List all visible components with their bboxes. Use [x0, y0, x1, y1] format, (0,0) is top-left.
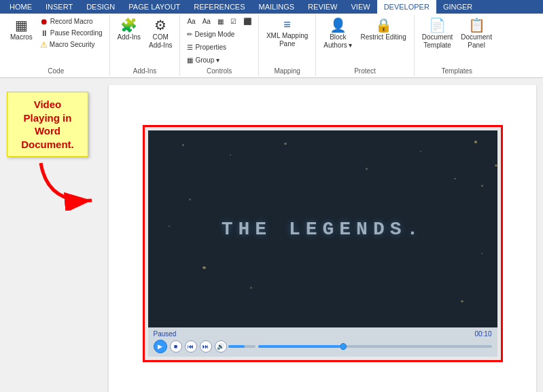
star-9	[169, 226, 170, 227]
document-template-button[interactable]: 📄 DocumentTemplate	[419, 16, 457, 52]
icon1: ▦	[217, 18, 224, 26]
video-controls-bar: Paused 00:10 ▶ ■ ⏮ ⏭ 🔊	[148, 327, 497, 357]
pause-icon: ⏸	[40, 29, 48, 37]
templates-items: 📄 DocumentTemplate 📋 DocumentPanel	[419, 16, 495, 66]
volume-bar[interactable]	[228, 345, 256, 348]
doc-panel-label: DocumentPanel	[461, 33, 492, 50]
progress-bar[interactable]	[258, 345, 492, 348]
doc-panel-icon: 📋	[468, 18, 485, 32]
icon-btn3[interactable]: ⬛	[241, 16, 254, 27]
properties-button[interactable]: ☰ Properties	[184, 42, 229, 53]
record-macro-button[interactable]: ⏺ Record Macro	[37, 16, 105, 27]
group-button[interactable]: ▦ Group ▾	[184, 55, 222, 66]
volume-button[interactable]: 🔊	[215, 340, 227, 353]
com-icon: ⚙	[154, 18, 167, 32]
protect-group-label: Protect	[354, 66, 376, 75]
restrict-label: Restrict Editing	[361, 33, 406, 41]
tab-home[interactable]: HOME	[3, 0, 39, 14]
star-14	[481, 253, 483, 254]
prev-button[interactable]: ⏮	[185, 340, 197, 353]
star-5	[420, 151, 421, 152]
next-button[interactable]: ⏭	[200, 340, 212, 353]
aa-button2[interactable]: Aa	[200, 16, 213, 27]
tab-developer[interactable]: DEVELOPER	[377, 0, 436, 14]
tab-view[interactable]: VIEW	[345, 0, 377, 14]
document-area: THE LEGENDS. Paused 00:10 ▶ ■ ⏮ ⏭ 🔊	[109, 85, 536, 392]
ribbon-group-addins: 🧩 Add-Ins ⚙ COMAdd-Ins Add-Ins	[110, 15, 181, 76]
icon3: ⬛	[243, 18, 251, 26]
com-label: COMAdd-Ins	[149, 33, 172, 50]
pause-recording-button[interactable]: ⏸ Pause Recording	[37, 28, 105, 39]
play-button[interactable]: ▶	[154, 340, 167, 353]
tab-references[interactable]: REFERENCES	[187, 0, 251, 14]
addins-group-label: Add-Ins	[133, 66, 156, 75]
tab-ginger[interactable]: GINGER	[436, 0, 479, 14]
restrict-editing-button[interactable]: 🔒 Restrict Editing	[357, 16, 410, 43]
aa1-label: Aa	[187, 18, 195, 26]
arrow-container	[34, 156, 102, 212]
tab-mailings[interactable]: MAILINGS	[252, 0, 302, 14]
templates-group-label: Templates	[442, 66, 473, 75]
record-macro-label: Record Macro	[50, 18, 93, 26]
arrow-svg	[34, 156, 102, 211]
icon-btn2[interactable]: ☑	[228, 16, 239, 27]
add-ins-button[interactable]: 🧩 Add-Ins	[114, 16, 144, 43]
mapping-group-label: Mapping	[274, 66, 300, 75]
group-label: Group ▾	[195, 56, 220, 65]
macro-security-button[interactable]: ⚠ Macro Security	[37, 39, 105, 50]
ribbon-group-protect: 👤 BlockAuthors ▾ 🔒 Restrict Editing Prot…	[316, 15, 415, 76]
block-authors-icon: 👤	[330, 18, 347, 32]
ribbon: HOME INSERT DESIGN PAGE LAYOUT REFERENCE…	[0, 0, 543, 78]
ribbon-group-code: ▦ Macros ⏺ Record Macro ⏸ Pause Recordin…	[3, 15, 110, 76]
block-authors-button[interactable]: 👤 BlockAuthors ▾	[320, 16, 355, 52]
pause-recording-label: Pause Recording	[50, 29, 103, 37]
xml-mapping-button[interactable]: ≡ XML MappingPane	[263, 16, 311, 50]
sticky-note: Video Playing in Word Document.	[7, 92, 88, 157]
star-15	[461, 300, 463, 302]
tab-design[interactable]: DESIGN	[80, 0, 122, 14]
aa2-label: Aa	[203, 18, 211, 26]
ribbon-group-controls: Aa Aa ▦ ☑ ⬛ ✏ Design Mode ☰	[180, 15, 258, 76]
record-icon: ⏺	[40, 18, 48, 26]
video-status-row: Paused 00:10	[152, 329, 493, 338]
ribbon-body: ▦ Macros ⏺ Record Macro ⏸ Pause Recordin…	[0, 14, 543, 78]
xml-label: XML MappingPane	[266, 32, 308, 48]
design-mode-label: Design Mode	[194, 31, 234, 39]
star-4	[366, 168, 368, 170]
addins-items: 🧩 Add-Ins ⚙ COMAdd-Ins	[114, 16, 176, 66]
code-group-label: Code	[48, 66, 64, 75]
controls-group-label: Controls	[207, 66, 232, 75]
macros-button[interactable]: ▦ Macros	[7, 16, 36, 43]
ribbon-group-templates: 📄 DocumentTemplate 📋 DocumentPanel Templ…	[415, 15, 500, 76]
star-7	[474, 141, 477, 143]
tab-review[interactable]: REVIEW	[301, 0, 344, 14]
tab-page-layout[interactable]: PAGE LAYOUT	[122, 0, 187, 14]
com-add-ins-button[interactable]: ⚙ COMAdd-Ins	[145, 16, 175, 52]
video-title: THE LEGENDS.	[222, 219, 424, 240]
group-icon: ▦	[187, 56, 193, 65]
paused-status: Paused	[154, 330, 177, 338]
restrict-icon: 🔒	[375, 18, 392, 32]
block-authors-label: BlockAuthors ▾	[323, 33, 352, 50]
video-screen: THE LEGENDS.	[148, 130, 497, 327]
design-mode-icon: ✏	[187, 31, 192, 39]
stop-button[interactable]: ■	[170, 340, 182, 353]
star-10	[203, 266, 206, 269]
macros-icon: ▦	[15, 18, 28, 32]
document-panel-button[interactable]: 📋 DocumentPanel	[457, 16, 495, 52]
ribbon-group-mapping: ≡ XML MappingPane Mapping	[259, 15, 316, 76]
star-13	[481, 185, 483, 187]
protect-items: 👤 BlockAuthors ▾ 🔒 Restrict Editing	[320, 16, 410, 66]
video-container: THE LEGENDS. Paused 00:10 ▶ ■ ⏮ ⏭ 🔊	[143, 125, 503, 362]
security-icon: ⚠	[40, 41, 48, 49]
video-buttons-row: ▶ ■ ⏮ ⏭ 🔊	[152, 338, 493, 355]
properties-icon: ☰	[187, 43, 193, 52]
star-12	[495, 164, 497, 166]
design-mode-button[interactable]: ✏ Design Mode	[184, 29, 237, 40]
icon-btn1[interactable]: ▦	[215, 16, 226, 27]
progress-thumb	[340, 343, 347, 350]
controls-items: Aa Aa ▦ ☑ ⬛ ✏ Design Mode ☰	[184, 16, 253, 66]
aa-button1[interactable]: Aa	[184, 16, 198, 27]
app-body: Video Playing in Word Document.	[0, 78, 543, 392]
tab-insert[interactable]: INSERT	[39, 0, 80, 14]
